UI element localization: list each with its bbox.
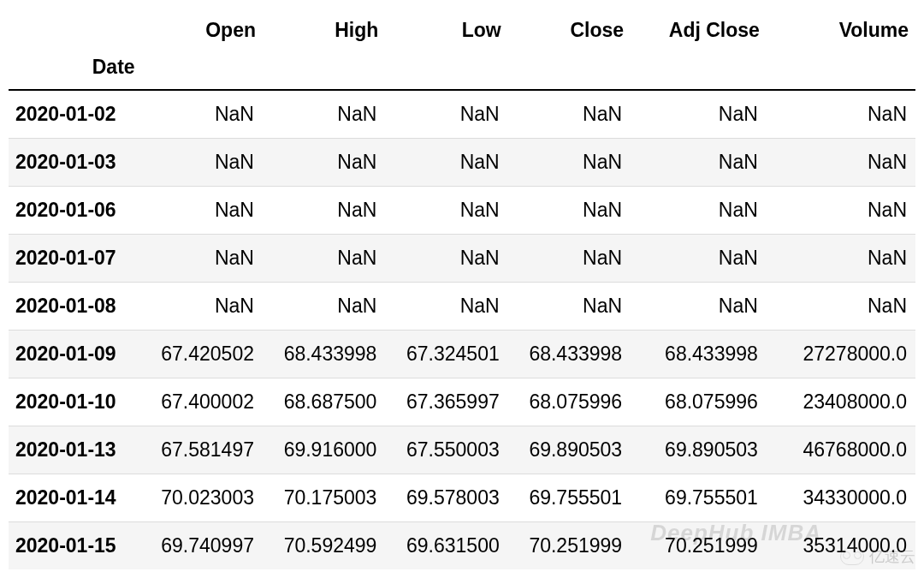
value-cell: 67.324501 xyxy=(385,331,507,378)
value-cell: NaN xyxy=(631,235,767,283)
value-cell: 68.075996 xyxy=(631,378,767,426)
value-cell: NaN xyxy=(631,283,767,331)
value-cell: NaN xyxy=(767,235,915,283)
table-body: 2020-01-02NaNNaNNaNNaNNaNNaN2020-01-03Na… xyxy=(9,90,915,569)
value-cell: NaN xyxy=(263,187,385,235)
value-cell: NaN xyxy=(140,283,263,331)
col-close: Close xyxy=(508,9,631,56)
col-open: Open xyxy=(140,9,263,56)
table-row: 2020-01-0967.42050268.43399867.32450168.… xyxy=(9,331,915,378)
value-cell: NaN xyxy=(385,235,507,283)
value-cell: 34330000.0 xyxy=(767,474,915,522)
value-cell: NaN xyxy=(140,139,263,187)
value-cell: 27278000.0 xyxy=(767,331,915,378)
value-cell: NaN xyxy=(263,283,385,331)
value-cell: NaN xyxy=(508,235,631,283)
value-cell: 70.023003 xyxy=(140,474,263,522)
value-cell: 68.433998 xyxy=(508,331,631,378)
date-cell: 2020-01-06 xyxy=(9,187,140,235)
table-row: 2020-01-1067.40000268.68750067.36599768.… xyxy=(9,378,915,426)
table-row: 2020-01-07NaNNaNNaNNaNNaNNaN xyxy=(9,235,915,283)
table-head: Open High Low Close Adj Close Volume Dat… xyxy=(9,9,915,90)
date-cell: 2020-01-07 xyxy=(9,235,140,283)
value-cell: NaN xyxy=(767,187,915,235)
table-row: 2020-01-1367.58149769.91600067.55000369.… xyxy=(9,426,915,474)
value-cell: NaN xyxy=(767,90,915,139)
value-cell: 68.075996 xyxy=(508,378,631,426)
table-row: 2020-01-06NaNNaNNaNNaNNaNNaN xyxy=(9,187,915,235)
value-cell: 67.420502 xyxy=(140,331,263,378)
watermark-secondary-text: 亿速云 xyxy=(869,546,915,567)
value-cell: 69.890503 xyxy=(631,426,767,474)
col-low: Low xyxy=(385,9,507,56)
col-volume: Volume xyxy=(767,9,915,56)
value-cell: NaN xyxy=(508,90,631,139)
data-table: Open High Low Close Adj Close Volume Dat… xyxy=(9,9,915,569)
date-cell: 2020-01-03 xyxy=(9,139,140,187)
value-cell: 69.890503 xyxy=(508,426,631,474)
date-cell: 2020-01-09 xyxy=(9,331,140,378)
value-cell: 67.400002 xyxy=(140,378,263,426)
table-row: 2020-01-1470.02300370.17500369.57800369.… xyxy=(9,474,915,522)
col-high: High xyxy=(263,9,385,56)
value-cell: 69.740997 xyxy=(140,522,263,570)
value-cell: NaN xyxy=(140,90,263,139)
value-cell: NaN xyxy=(385,90,507,139)
value-cell: 68.433998 xyxy=(263,331,385,378)
value-cell: NaN xyxy=(631,139,767,187)
value-cell: NaN xyxy=(631,187,767,235)
value-cell: 69.578003 xyxy=(385,474,507,522)
date-cell: 2020-01-10 xyxy=(9,378,140,426)
value-cell: NaN xyxy=(385,139,507,187)
value-cell: NaN xyxy=(508,187,631,235)
value-cell: 67.581497 xyxy=(140,426,263,474)
value-cell: NaN xyxy=(140,187,263,235)
col-adjclose: Adj Close xyxy=(631,9,767,56)
value-cell: 69.755501 xyxy=(631,474,767,522)
value-cell: 70.592499 xyxy=(263,522,385,570)
date-cell: 2020-01-14 xyxy=(9,474,140,522)
value-cell: 69.916000 xyxy=(263,426,385,474)
value-cell: 68.687500 xyxy=(263,378,385,426)
value-cell: 70.251999 xyxy=(508,522,631,570)
cloud-icon xyxy=(840,548,864,565)
date-cell: 2020-01-13 xyxy=(9,426,140,474)
value-cell: NaN xyxy=(140,235,263,283)
value-cell: NaN xyxy=(631,90,767,139)
date-cell: 2020-01-08 xyxy=(9,283,140,331)
table-row: 2020-01-08NaNNaNNaNNaNNaNNaN xyxy=(9,283,915,331)
value-cell: 69.755501 xyxy=(508,474,631,522)
table-row: 2020-01-02NaNNaNNaNNaNNaNNaN xyxy=(9,90,915,139)
value-cell: NaN xyxy=(767,283,915,331)
value-cell: 67.365997 xyxy=(385,378,507,426)
date-cell: 2020-01-15 xyxy=(9,522,140,570)
watermark-secondary: 亿速云 xyxy=(840,546,915,567)
value-cell: NaN xyxy=(263,90,385,139)
value-cell: NaN xyxy=(385,187,507,235)
watermark-primary: DeepHub IMBA xyxy=(650,520,821,546)
value-cell: 69.631500 xyxy=(385,522,507,570)
value-cell: 46768000.0 xyxy=(767,426,915,474)
value-cell: 68.433998 xyxy=(631,331,767,378)
index-name: Date xyxy=(9,56,140,90)
value-cell: NaN xyxy=(385,283,507,331)
value-cell: NaN xyxy=(263,235,385,283)
value-cell: NaN xyxy=(263,139,385,187)
value-cell: NaN xyxy=(508,139,631,187)
value-cell: 70.175003 xyxy=(263,474,385,522)
date-cell: 2020-01-02 xyxy=(9,90,140,139)
value-cell: 23408000.0 xyxy=(767,378,915,426)
value-cell: 67.550003 xyxy=(385,426,507,474)
value-cell: NaN xyxy=(767,139,915,187)
table-row: 2020-01-03NaNNaNNaNNaNNaNNaN xyxy=(9,139,915,187)
value-cell: NaN xyxy=(508,283,631,331)
